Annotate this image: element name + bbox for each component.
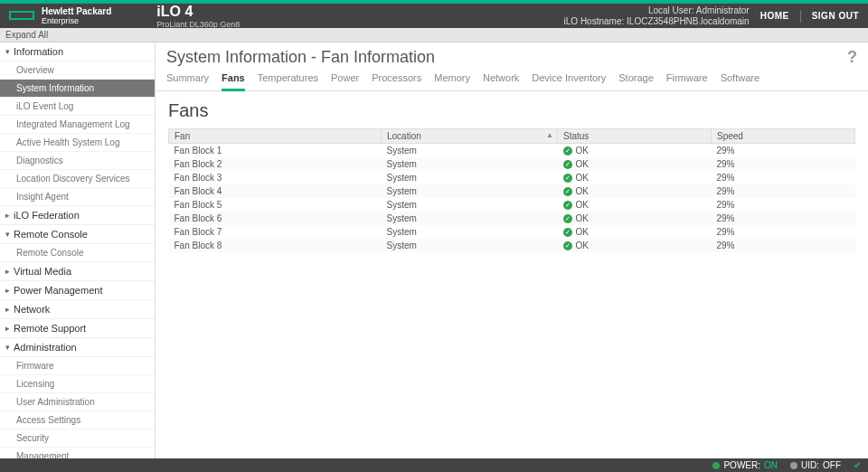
chevron-right-icon: ▸: [5, 267, 10, 276]
table-row: Fan Block 7System✓OK29%: [169, 225, 855, 239]
product-name: iLO 4: [156, 4, 240, 20]
cell-status: ✓OK: [558, 212, 712, 225]
table-row: Fan Block 3System✓OK29%: [169, 171, 855, 184]
nav-info-7[interactable]: Insight Agent: [0, 188, 155, 206]
nav-rc-0[interactable]: Remote Console: [0, 244, 155, 262]
expand-all-button[interactable]: Expand All: [5, 30, 48, 40]
nav-info-4[interactable]: Active Health System Log: [0, 134, 155, 152]
nav-network-label: Network: [14, 304, 50, 315]
nav-remote-support[interactable]: ▸Remote Support: [0, 319, 155, 338]
nav-federation[interactable]: ▸iLO Federation: [0, 206, 155, 225]
table-row: Fan Block 5System✓OK29%: [169, 198, 855, 212]
nav-federation-label: iLO Federation: [14, 210, 80, 221]
top-bar: Hewlett Packard Enterprise iLO 4 ProLian…: [0, 0, 868, 28]
brand-line2: Enterprise: [42, 16, 79, 25]
cell-status: ✓OK: [558, 184, 712, 198]
cell-location: System: [382, 239, 558, 252]
cell-location: System: [382, 144, 558, 158]
tab-storage[interactable]: Storage: [618, 72, 654, 87]
user-line: Local User: Administrator: [564, 5, 750, 16]
nav-admin-4[interactable]: Security: [0, 430, 155, 448]
nav-info-1[interactable]: System Information: [0, 80, 155, 98]
cell-status: ✓OK: [558, 144, 712, 158]
status-ok-icon: ✓: [563, 146, 572, 156]
power-dot-icon: [712, 462, 720, 469]
nav-information[interactable]: ▾Information: [0, 42, 155, 61]
tab-device-inventory[interactable]: Device Inventory: [532, 72, 606, 87]
nav-admin-0[interactable]: Firmware: [0, 357, 155, 375]
cell-fan: Fan Block 4: [169, 184, 382, 198]
nav-remote-console[interactable]: ▾Remote Console: [0, 225, 155, 244]
cell-location: System: [382, 184, 558, 198]
table-row: Fan Block 6System✓OK29%: [169, 212, 855, 225]
nav-admin-1[interactable]: Licensing: [0, 375, 155, 393]
cell-status: ✓OK: [558, 157, 712, 171]
tab-firmware[interactable]: Firmware: [666, 72, 708, 87]
cell-speed: 29%: [712, 144, 855, 158]
chevron-down-icon: ▾: [5, 230, 10, 239]
chevron-right-icon: ▸: [5, 286, 10, 295]
nav-admin-5[interactable]: Management: [0, 448, 155, 458]
uid-dot-icon: [790, 462, 797, 469]
nav-admin-2[interactable]: User Administration: [0, 393, 155, 411]
col-location-label: Location: [387, 131, 421, 141]
tab-fans[interactable]: Fans: [222, 72, 245, 91]
nav-power-mgmt-label: Power Management: [14, 285, 102, 296]
cell-speed: 29%: [712, 239, 855, 252]
sidebar: ▾InformationOverviewSystem InformationiL…: [0, 42, 156, 458]
content: System Information - Fan Information ? S…: [156, 42, 868, 458]
cell-fan: Fan Block 2: [169, 157, 382, 171]
status-ok-icon: ✓: [563, 201, 572, 210]
status-text: OK: [576, 173, 589, 183]
cell-location: System: [382, 198, 558, 212]
tab-temperatures[interactable]: Temperatures: [258, 72, 318, 87]
tab-power[interactable]: Power: [331, 72, 359, 87]
signout-link[interactable]: SIGN OUT: [812, 11, 859, 21]
section-heading: Fans: [168, 100, 855, 121]
tab-summary[interactable]: Summary: [166, 72, 209, 87]
cell-fan: Fan Block 1: [169, 144, 382, 158]
uid-indicator[interactable]: UID: OFF: [790, 460, 841, 470]
cell-status: ✓OK: [558, 225, 712, 239]
power-indicator[interactable]: POWER: ON: [712, 460, 778, 470]
status-ok-icon: ✓: [563, 187, 572, 196]
nav-virtual-media[interactable]: ▸Virtual Media: [0, 262, 155, 281]
user-host: Local User: Administrator iLO Hostname: …: [564, 5, 750, 27]
chevron-right-icon: ▸: [5, 305, 10, 314]
page-title-main: Fan Information: [321, 48, 435, 66]
nav-info-5[interactable]: Diagnostics: [0, 152, 155, 170]
nav-info-0[interactable]: Overview: [0, 61, 155, 80]
tab-processors[interactable]: Processors: [372, 72, 421, 87]
cell-speed: 29%: [712, 198, 855, 212]
col-location[interactable]: Location▲: [382, 129, 558, 144]
nav-admin-3[interactable]: Access Settings: [0, 411, 155, 430]
product-title: iLO 4 ProLiant DL360p Gen8: [156, 4, 240, 29]
col-fan[interactable]: Fan: [169, 129, 382, 144]
cell-speed: 29%: [712, 157, 855, 171]
nav-info-2[interactable]: iLO Event Log: [0, 98, 155, 116]
status-text: OK: [576, 186, 589, 196]
col-speed[interactable]: Speed: [712, 129, 855, 144]
col-status[interactable]: Status: [558, 129, 712, 144]
table-row: Fan Block 8System✓OK29%: [169, 239, 855, 252]
help-icon[interactable]: ?: [847, 48, 857, 67]
sub-bar: Expand All: [0, 28, 868, 42]
nav-info-3[interactable]: Integrated Management Log: [0, 116, 155, 134]
nav-network[interactable]: ▸Network: [0, 300, 155, 319]
status-ok-icon: ✓: [563, 174, 572, 183]
nav-power-mgmt[interactable]: ▸Power Management: [0, 281, 155, 300]
nav-info-6[interactable]: Location Discovery Services: [0, 170, 155, 188]
tab-memory[interactable]: Memory: [434, 72, 470, 87]
status-text: OK: [576, 213, 589, 223]
cell-location: System: [382, 171, 558, 184]
status-text: OK: [576, 241, 589, 250]
table-row: Fan Block 2System✓OK29%: [169, 157, 855, 171]
tab-software[interactable]: Software: [721, 72, 760, 87]
home-link[interactable]: HOME: [760, 11, 789, 21]
uid-label: UID:: [801, 460, 819, 470]
nav-administration[interactable]: ▾Administration: [0, 338, 155, 357]
status-text: OK: [576, 146, 589, 156]
status-text: OK: [576, 159, 589, 169]
tab-network[interactable]: Network: [483, 72, 519, 87]
host-line: iLO Hostname: ILOCZ3548PHNB.localdomain: [564, 16, 750, 27]
